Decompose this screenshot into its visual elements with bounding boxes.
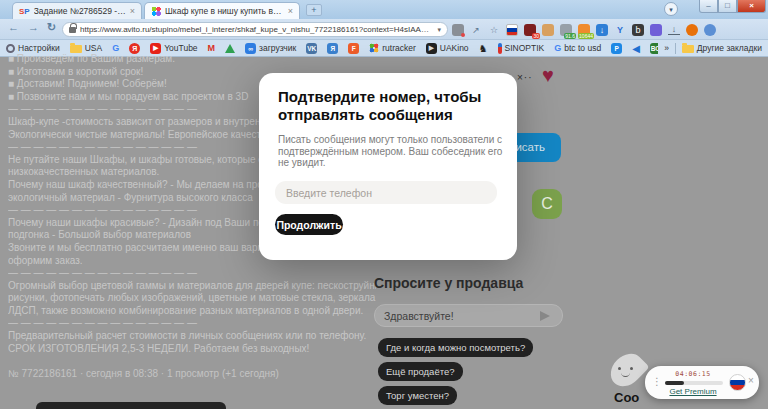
glyph-icon: ◀ [632,43,640,54]
ext-lock-rating-icon[interactable]: 91.6 [560,24,572,36]
bookmark-drive[interactable] [225,44,235,53]
rounded-icon: BC [650,43,658,54]
flame-face-icon [616,367,638,381]
circle-icon: Я [129,43,140,54]
back-button[interactable]: ← [8,21,19,33]
url-field[interactable]: https://www.avito.ru/stupino/mebel_i_int… [62,22,448,37]
other-bookmarks-button[interactable]: Другие закладки [682,43,762,53]
quick-question-pill[interactable]: Где и когда можно посмотреть? [378,338,533,357]
ext-orange-counter-icon[interactable]: 10644 [578,24,590,36]
chat-message-input[interactable] [374,304,563,327]
tab-avito-listing[interactable]: Шкаф купе в нишу купить в Ступ × [144,2,300,19]
extensions-puzzle-icon[interactable] [650,24,662,36]
ext-tan-avatar-icon[interactable] [542,24,554,36]
bookmark-sinoptik[interactable]: SINOPTIK [498,43,545,54]
ext-b-dark-icon[interactable]: b [632,24,644,36]
bookmark-label: UAKino [440,43,469,53]
profile-chevron-icon[interactable]: ▾ [664,2,678,16]
bookmark-blue-app[interactable]: Я [327,43,338,54]
letter-icon: G [112,43,119,54]
bookmark-google[interactable]: G [112,43,119,54]
bookmark-star-icon[interactable]: ☆ [488,24,500,36]
minimize-button[interactable]: – [699,0,718,13]
bookmark-items: НастройкиUSAGЯ▶YouTubeM∞загрузчикVKЯFrut… [6,43,658,54]
send-message-icon[interactable] [540,311,550,321]
gear-icon [6,44,15,53]
close-window-button[interactable]: × [737,0,766,13]
tab-close-icon[interactable]: × [130,7,135,16]
folder-icon [682,45,694,53]
ext-savefrom-icon[interactable]: ↓ [596,24,608,36]
lock-icon [69,27,76,33]
profile-avatar-icon[interactable] [686,24,698,36]
bookmark-rutracker[interactable]: rutracker [369,43,416,53]
listing-meta: № 7722186161 · сегодня в 08:38 · 1 просм… [8,368,279,379]
ru-flag-icon[interactable] [506,24,518,36]
clover-icon [369,43,379,53]
quick-questions: Где и когда можно посмотреть?Ещё продаёт… [378,338,542,409]
bookmark-settings[interactable]: Настройки [6,43,60,53]
description-line: Огромный выбор цветовой гаммы и материал… [8,280,376,293]
rounded-icon: ∞ [245,43,256,54]
sp-favicon-icon: SP [19,7,30,16]
letter-icon: G [554,43,561,54]
phone-input[interactable] [275,181,497,204]
bookmark-blue-arrow[interactable]: ◀ [632,43,640,54]
avito-favicon-icon [151,6,161,16]
reload-button[interactable]: ↻ [47,21,56,34]
quick-question-pill[interactable]: Торг уместен? [378,386,457,405]
ext-red-counter-icon[interactable]: 30 [524,24,536,36]
bookmark-usa-folder[interactable]: USA [70,43,102,53]
description-line: Предварительный расчет стоимости в личны… [8,330,376,343]
bookmark-vk[interactable]: VK [306,43,317,54]
description-line: СРОК ИЗГОТОВЛЕНИЯ 2,5-3 НЕДЕЛИ. Работаем… [8,343,376,356]
bookmarks-overflow-icon[interactable]: » [664,43,669,53]
bookmark-gmail[interactable]: M [208,43,216,54]
tab-close-icon[interactable]: × [288,7,293,16]
new-tab-button[interactable]: + [306,4,322,16]
badge: 30 [532,33,540,39]
bookmark-bc[interactable]: BC [650,43,658,54]
url-text: https://www.avito.ru/stupino/mebel_i_int… [80,25,433,34]
get-premium-link[interactable]: Get Premium [659,387,727,396]
rounded-icon: F [348,43,359,54]
bookmark-btc-to-usd[interactable]: Gbtc to usd [554,43,601,54]
timer-progress-bar [665,381,723,385]
description-line: ЛДСП, также возможно комбинирование разн… [8,305,376,318]
forward-button[interactable]: → [28,21,39,33]
thermo-icon [498,43,502,54]
bookmark-yandex[interactable]: Я [129,43,140,54]
drag-handle-icon[interactable]: ⋮ [652,376,662,387]
russian-flag-icon [729,374,746,391]
quick-question-pill[interactable]: Ещё продаёте? [378,362,463,381]
bookmark-f-orange[interactable]: F [348,43,359,54]
bookmark-chess[interactable]: ♞ [479,43,488,54]
timer-value: 04:06:15 [662,370,724,378]
extension-icons: ↗☆3091.610644↓Yb↓ [452,22,716,37]
window-controls: – □ × [699,0,766,13]
bookmark-p-blue[interactable]: P [611,43,622,54]
browser-globe-icon[interactable] [704,24,716,36]
bookmarks-divider [675,43,676,54]
bookmark-uakino[interactable]: ▶UAKino [426,43,469,54]
favorite-heart-icon[interactable]: ♥ [542,65,554,85]
folder-icon [70,45,82,53]
download-arrow-icon[interactable]: ↓ [668,24,680,35]
continue-button[interactable]: Продолжить [275,214,343,235]
ext-yandex-y-icon[interactable]: Y [614,24,626,36]
modal-title: Подтвердите номер, чтобы отправлять сооб… [278,88,502,123]
bookmark-youtube[interactable]: ▶YouTube [150,43,197,54]
timer-close-icon[interactable]: × [748,375,754,386]
bookmark-zagruzchik[interactable]: ∞загрузчик [245,43,296,54]
chat-widget-partial-text: Соо [614,390,639,405]
password-key-icon[interactable] [452,24,464,36]
url-dropdown-icon[interactable]: ▾ [437,26,441,34]
glyph-icon: ♞ [479,43,488,54]
share-icon[interactable]: ↗ [470,24,482,36]
partial-button[interactable] [36,402,226,409]
red-dot-badge [461,33,465,37]
badge: 91.6 [564,33,576,39]
seller-avatar[interactable]: С [532,189,562,219]
maximize-button[interactable]: □ [718,0,737,13]
tab-task[interactable]: SP Задание №2786529 - просмотр з × [12,2,142,19]
